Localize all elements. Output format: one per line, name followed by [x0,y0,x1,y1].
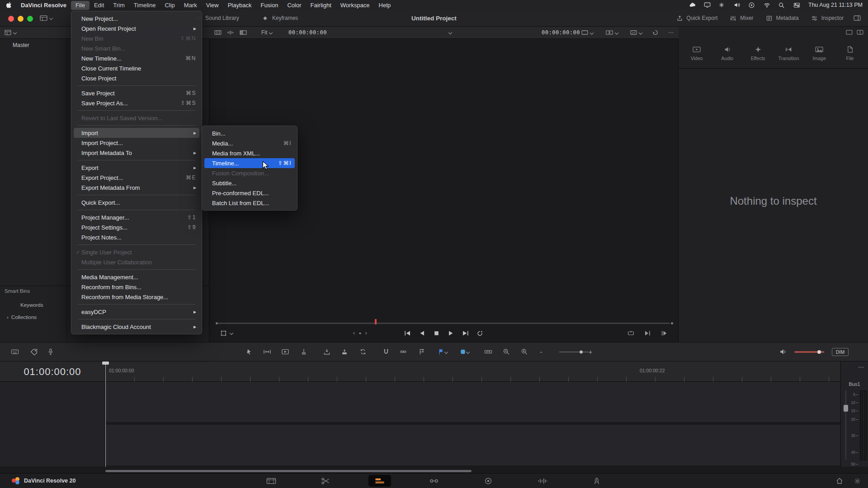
project-settings-gear-icon[interactable] [854,478,861,484]
window-zoom-button[interactable] [27,16,33,22]
selection-mode-icon[interactable] [244,348,254,356]
dual-viewer-dropdown[interactable] [606,30,618,35]
menu-item-import[interactable]: Import▸ [74,128,199,138]
menu-item-import-metadata-to[interactable]: Import Metadata To▸ [74,148,199,158]
menu-item-media-management[interactable]: Media Management... [74,272,199,282]
insert-clip-icon[interactable] [322,348,332,356]
viewer-scrubber[interactable] [218,323,670,324]
dynamic-trim-mode-icon[interactable] [280,348,290,356]
timeline-view-options-icon[interactable] [10,348,20,356]
timeline-playhead-handle[interactable] [102,361,109,365]
split-view-icon[interactable] [240,30,247,35]
menu-item-media[interactable]: Media...⌘I [204,138,295,148]
menu-item-bin[interactable]: Bin... [204,128,295,138]
menu-item-save-project[interactable]: Save Project⌘S [74,88,199,98]
zoom-in-icon[interactable]: + [585,348,595,356]
go-to-last-frame-button[interactable] [462,330,469,336]
menu-item-project-notes[interactable]: Project Notes... [74,232,199,242]
detail-zoom-icon[interactable] [519,348,529,356]
wifi-icon[interactable] [764,3,771,8]
bin-master[interactable]: Master [13,42,29,48]
metadata-button[interactable]: Metadata [765,14,799,22]
page-tab-cut[interactable] [314,475,337,487]
audio-waveform-icon[interactable] [227,30,234,35]
page-tab-edit[interactable] [368,475,391,487]
blade-edit-mode-icon[interactable] [299,348,309,356]
play-from-start-icon[interactable] [661,330,668,336]
menubar-menu-timeline[interactable]: Timeline [129,1,160,10]
menu-item-import-project[interactable]: Import Project... [74,138,199,148]
marker-icon[interactable] [459,348,469,356]
apple-menu-icon[interactable] [6,2,12,8]
menu-item-new-project[interactable]: New Project... [74,14,199,23]
display-icon[interactable] [704,2,711,8]
menu-item-reconform-from-media-storage[interactable]: Reconform from Media Storage... [74,292,199,302]
tab-keyframes[interactable]: Keyframes [261,14,298,22]
viewer-more-icon[interactable]: ⋯ [668,29,674,36]
panel-layout-toggle[interactable] [853,10,861,26]
overwrite-clip-icon[interactable] [340,348,349,356]
page-tab-media[interactable] [260,475,283,487]
menu-item-project-manager[interactable]: Project Manager...⇧1 [74,212,199,222]
meter-options-icon[interactable]: ⋯ [858,364,864,371]
snowflake-icon[interactable] [719,2,726,8]
page-tab-fairlight[interactable] [531,475,554,487]
inspector-tab-video[interactable]: Video [683,40,710,66]
custom-zoom-icon[interactable] [483,348,493,356]
menu-item-subtitle[interactable]: Subtitle... [204,178,295,188]
menubar-app-name[interactable]: DaVinci Resolve [16,2,71,9]
inspector-tab-audio[interactable]: Audio [714,40,741,66]
menubar-menu-fairlight[interactable]: Fairlight [306,1,336,10]
window-minimize-button[interactable] [18,16,24,22]
menubar-menu-view[interactable]: View [202,1,223,10]
menu-item-project-settings[interactable]: Project Settings...⇧9 [74,222,199,232]
position-lock-icon[interactable] [417,348,427,356]
page-tab-deliver[interactable] [585,475,608,487]
timeline-playhead[interactable] [105,361,106,467]
play-button[interactable] [448,330,454,336]
volume-icon[interactable] [734,2,741,8]
timeline-ruler[interactable]: 01:00:00:00 01:00:00:00 01:00:00:22 [0,361,840,382]
menubar-clock[interactable]: Thu Aug 21 11:13 PM [808,2,863,8]
menubar-menu-clip[interactable]: Clip [160,1,179,10]
play-around-icon[interactable] [644,330,651,336]
zoom-slider[interactable] [559,352,589,352]
play-circle-icon[interactable] [749,2,756,8]
menu-item-timeline[interactable]: Timeline...⇧⌘I [204,158,295,168]
clip-options-dropdown[interactable] [581,30,593,35]
menu-item-easydcp[interactable]: easyDCP▸ [74,307,199,317]
inspector-tab-effects[interactable]: Effects [745,40,772,66]
link-clips-icon[interactable] [398,348,408,356]
zoom-fit-icon[interactable] [501,348,511,356]
menu-item-open-recent-project[interactable]: Open Recent Project▸ [74,23,199,33]
inspector-tab-image[interactable]: Image [806,40,833,66]
menu-item-export[interactable]: Export▸ [74,163,199,173]
menu-item-save-project-as[interactable]: Save Project As...⇧⌘S [74,98,199,108]
viewer-playhead[interactable] [375,319,377,324]
clip-color-tag-icon[interactable] [29,348,39,356]
menu-item-close-project[interactable]: Close Project [74,73,199,83]
menu-item-new-timeline[interactable]: New Timeline...⌘N [74,53,199,63]
zoom-slider-handle[interactable] [580,350,583,353]
stop-button[interactable] [433,330,440,336]
bin-view-toggle[interactable] [5,30,16,35]
window-close-button[interactable] [8,16,14,22]
inspector-tab-transition[interactable]: Transition [775,40,802,66]
zoom-out-icon[interactable]: - [536,348,546,356]
menu-item-batch-list-from-edl[interactable]: Batch List from EDL... [204,198,295,208]
menubar-menu-mark[interactable]: Mark [179,1,202,10]
menu-item-media-from-xml[interactable]: Media from XML... [204,148,295,158]
timeline-scrollbar[interactable] [105,470,472,472]
menubar-menu-edit[interactable]: Edit [90,1,108,10]
search-icon[interactable] [778,2,786,8]
dim-button[interactable]: DIM [832,348,849,356]
menu-item-export-project[interactable]: Export Project...⌘E [74,173,199,183]
menu-item-close-current-timeline[interactable]: Close Current Timeline [74,63,199,73]
menubar-menu-help[interactable]: Help [374,1,396,10]
media-pool-toggle[interactable] [40,10,52,26]
menubar-menu-playback[interactable]: Playback [223,1,256,10]
cloud-icon[interactable] [689,2,696,8]
mixer-button[interactable]: Mixer [729,14,753,22]
go-to-first-frame-button[interactable] [404,330,411,336]
menubar-menu-file[interactable]: File [71,1,90,10]
